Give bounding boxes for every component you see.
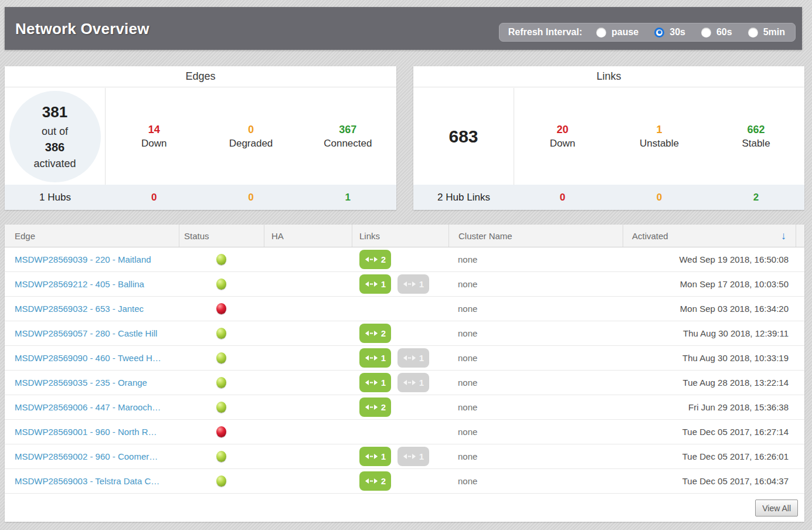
activated-cell: Tue Aug 28 2018, 13:22:14 [623,378,796,388]
refresh-interval-label: Refresh Interval: [508,27,582,38]
edges-hubs-label: 1 Hubs [5,192,106,203]
radio-label: 5min [763,27,785,38]
link-arrows-icon [403,453,416,460]
edges-stat-down: 14 Down [106,88,202,185]
links-badge: 2 [359,398,391,417]
column-header-spacer [796,225,804,247]
refresh-radio-option[interactable]: 30s [654,27,685,38]
edge-link[interactable]: MSDWP28569001 - 960 - North R… [15,427,157,437]
link-arrows-icon [365,330,378,337]
edge-link[interactable]: MSDWP28569212 - 405 - Ballina [15,279,144,289]
hub-links-unstable-value: 0 [611,192,708,203]
links-badge: 1 [359,447,391,466]
column-header-edge[interactable]: Edge [5,225,179,247]
view-all-button[interactable]: View All [755,500,798,517]
activated-cell: Tue Dec 05 2017, 16:26:01 [623,451,796,461]
edges-stat-connected: 367 Connected [300,88,396,185]
page-title: Network Overview [15,19,150,38]
table-row: MSDWP28569032 - 653 - Jantec none Mon Se… [5,297,804,321]
edges-degraded-value: 0 [248,124,254,136]
edges-panel-title: Edges [5,66,396,87]
badge-count: 1 [419,451,424,461]
links-unstable-value: 1 [656,124,662,136]
table-row: MSDWP28569039 - 220 - Maitland 2 none We… [5,247,804,272]
link-arrows-icon [365,281,378,287]
edges-stat-degraded: 0 Degraded [202,88,299,185]
refresh-radio-option[interactable]: 5min [748,27,785,38]
links-badge: 1 [397,447,429,466]
status-icon [216,254,226,265]
edges-panel-body: 381 out of 386 activated 14 Down 0 Degra… [5,88,396,185]
links-cell: 2 [352,398,449,417]
badge-count: 1 [419,378,424,388]
edge-link[interactable]: MSDWP28569002 - 960 - Coomer… [15,451,158,461]
links-panel: Links 683 20 Down 1 Unstable 662 Stable … [413,66,804,210]
badge-count: 1 [381,279,386,289]
status-icon [216,278,226,290]
radio-icon[interactable] [748,28,758,38]
status-icon [216,451,226,462]
link-arrows-icon [365,256,378,263]
cluster-cell: none [449,328,623,338]
edge-link[interactable]: MSDWP28569057 - 280 - Castle Hill [15,328,157,338]
badge-count: 1 [419,279,424,289]
edges-activated-count: 381 [42,101,67,124]
edges-hubs-summary-row: 1 Hubs 0 0 1 [5,185,396,210]
column-header-links[interactable]: Links [352,225,449,247]
links-cell: 1 1 [352,373,449,392]
links-stats: 20 Down 1 Unstable 662 Stable [514,88,804,185]
table-footer: View All [5,494,804,522]
edge-link[interactable]: MSDWP28569003 - Telstra Data C… [15,476,159,486]
badge-count: 2 [381,402,386,412]
edge-link[interactable]: MSDWP28569039 - 220 - Maitland [15,254,151,264]
edges-activated-cell: 381 out of 386 activated [5,88,106,185]
column-header-ha[interactable]: HA [264,225,352,247]
radio-label: 30s [670,27,685,38]
refresh-radio-option[interactable]: pause [596,27,638,38]
links-panel-title: Links [413,66,804,87]
edge-link[interactable]: MSDWP28569032 - 653 - Jantec [15,304,144,314]
table-row: MSDWP28569002 - 960 - Coomer… 1 1 none T… [5,444,804,469]
links-stable-label: Stable [742,138,770,150]
links-badge: 2 [359,250,391,269]
edge-link[interactable]: MSDWP28569090 - 460 - Tweed H… [15,353,161,363]
radio-icon[interactable] [654,28,664,38]
edge-link[interactable]: MSDWP28569035 - 235 - Orange [15,378,147,388]
refresh-radio-option[interactable]: 60s [701,27,732,38]
link-arrows-icon [365,355,378,361]
radio-icon[interactable] [701,28,711,38]
links-badge: 1 [359,348,391,368]
link-arrows-icon [403,355,416,361]
table-row: MSDWP28569001 - 960 - North R… none Tue … [5,420,804,444]
edges-connected-value: 367 [339,124,356,136]
radio-label: pause [611,27,638,38]
sort-descending-icon[interactable]: ↓ [781,230,786,242]
column-header-cluster-name[interactable]: Cluster Name [449,225,623,247]
cluster-cell: none [449,304,623,314]
link-arrows-icon [365,379,378,386]
table-body: MSDWP28569039 - 220 - Maitland 2 none We… [5,247,804,494]
table-row: MSDWP28569090 - 460 - Tweed H… 1 1 none … [5,346,804,371]
column-header-activated[interactable]: Activated ↓ [623,225,796,247]
radio-icon[interactable] [596,28,606,38]
edges-activated-label: activated [33,156,76,171]
activated-cell: Tue Dec 05 2017, 16:04:37 [623,476,796,486]
links-stat-stable: 662 Stable [708,88,804,185]
links-badge: 1 [359,274,391,294]
links-panel-body: 683 20 Down 1 Unstable 662 Stable [413,88,804,185]
edges-stats: 14 Down 0 Degraded 367 Connected [106,88,396,185]
table-row: MSDWP28569003 - Telstra Data C… 2 none T… [5,469,804,494]
table-row: MSDWP28569006 - 447 - Marooch… 2 none Fr… [5,395,804,420]
hub-links-down-value: 0 [514,192,611,203]
edges-degraded-label: Degraded [229,138,273,150]
hub-links-label: 2 Hub Links [413,192,514,203]
links-total-cell: 683 [413,88,514,185]
header-bar: Network Overview Refresh Interval: pause… [5,7,802,50]
radio-label: 60s [716,27,732,38]
status-icon [216,328,226,339]
column-header-status[interactable]: Status [179,225,264,247]
status-icon [216,303,226,314]
edge-link[interactable]: MSDWP28569006 - 447 - Marooch… [15,402,161,412]
edges-panel: Edges 381 out of 386 activated 14 Down 0… [5,66,396,210]
badge-count: 1 [381,451,386,461]
